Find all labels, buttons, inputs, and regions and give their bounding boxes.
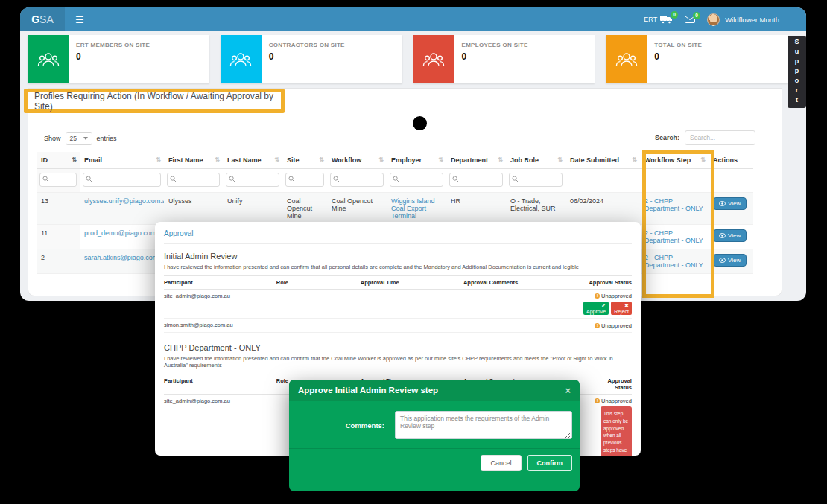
col-header-last-name[interactable]: Last Name⇅ <box>223 152 282 169</box>
section-description: I have reviewed the information presente… <box>164 355 632 369</box>
col-header-email[interactable]: Email⇅ <box>80 152 164 169</box>
status-badge: !Unapproved <box>595 293 632 299</box>
navbar-right: ERT 0 0 Wildflower Month <box>644 13 806 26</box>
confirm-button[interactable]: Confirm <box>527 455 573 471</box>
sort-icon[interactable]: ⇅ <box>632 156 637 163</box>
cell-id: 2 <box>37 249 80 274</box>
cell-job-role: O - Trade, Electrical, SUR <box>506 193 565 225</box>
sort-icon[interactable]: ⇅ <box>215 156 220 163</box>
cell-last-name: Unify <box>223 193 282 225</box>
workflow-step-link[interactable]: 2 - CHPP Department - ONLY <box>644 254 703 269</box>
table-row: 13 ulysses.unify@piago.com.au Ulysses Un… <box>37 193 753 225</box>
sort-icon[interactable]: ⇅ <box>274 156 279 163</box>
page-size-select[interactable]: 25 <box>66 132 92 145</box>
cell-workflow: Coal Opencut Mine <box>327 193 387 225</box>
table-controls: Show 25 entries Search: <box>44 130 755 147</box>
email-link[interactable]: sarah.atkins@piago.com.au <box>84 254 164 261</box>
eye-icon <box>719 201 726 206</box>
approve-button[interactable]: ✔ Approve <box>583 302 609 315</box>
stat-value: 0 <box>76 51 150 62</box>
sort-icon[interactable]: ⇅ <box>156 156 161 163</box>
col-header-date-submitted[interactable]: Date Submitted⇅ <box>565 152 640 169</box>
comments-label: Comments: <box>289 421 384 430</box>
messages-menu[interactable]: 0 <box>685 16 695 23</box>
stat-label: EMPLOYEES ON SITE <box>462 42 528 48</box>
stat-card-contractors: CONTRACTORS ON SITE 0 <box>221 35 402 83</box>
users-icon <box>606 35 647 83</box>
sort-icon[interactable]: ⇅ <box>319 156 324 163</box>
sort-icon[interactable]: ⇅ <box>438 156 443 163</box>
col-header-workflow[interactable]: Workflow⇅ <box>327 152 387 169</box>
search-icon <box>393 176 399 182</box>
eye-icon <box>719 233 726 238</box>
users-icon <box>414 35 454 83</box>
close-icon[interactable]: × <box>565 385 571 396</box>
col-header-department[interactable]: Department⇅ <box>446 152 506 169</box>
step-locked-note: This step can only be approved when all … <box>601 406 632 456</box>
view-button[interactable]: View <box>713 254 747 267</box>
workflow-step-link[interactable]: 2 - CHPP Department - ONLY <box>644 229 703 244</box>
search-icon <box>512 176 519 182</box>
stat-label: CONTRACTORS ON SITE <box>269 42 345 48</box>
search-icon <box>229 176 235 182</box>
filter-email-input[interactable] <box>83 173 161 187</box>
stat-value: 0 <box>269 51 345 62</box>
app-logo[interactable]: GSA <box>20 7 65 31</box>
page-size-value: 25 <box>70 135 77 142</box>
col-header-job-role[interactable]: Job Role⇅ <box>506 152 565 169</box>
employer-link[interactable]: Wiggins Island Coal Export Terminal <box>391 197 435 220</box>
support-tab-label: Support <box>793 38 801 106</box>
status-badge: !Unapproved <box>595 322 632 329</box>
user-name: Wildflower Month <box>725 16 779 24</box>
hamburger-menu-icon[interactable]: ☰ <box>65 14 95 25</box>
search-icon <box>170 176 177 182</box>
col-header-workflow-step[interactable]: Workflow Step⇅ <box>640 152 709 169</box>
approval-table-header: Participant Role Approval Time Approval … <box>164 275 632 290</box>
sort-icon[interactable]: ⇅ <box>498 156 503 163</box>
reject-button[interactable]: ✖ Reject <box>611 302 632 315</box>
dialog-body: Comments: This application meets the req… <box>289 401 580 448</box>
warning-circle-icon: ! <box>595 293 600 299</box>
col-header-first-name[interactable]: First Name⇅ <box>164 152 223 169</box>
email-link[interactable]: prod_demo@piago.com.au <box>84 229 164 237</box>
warning-circle-icon: ! <box>595 323 600 328</box>
col-header-site[interactable]: Site⇅ <box>282 152 327 169</box>
sort-icon[interactable]: ⇅ <box>72 156 77 163</box>
search-icon <box>452 176 459 182</box>
users-icon <box>28 35 69 83</box>
participant-email: simon.smith@piago.com.au <box>164 322 276 328</box>
status-badge: !Unapproved <box>595 398 632 404</box>
logo-bold: G <box>31 13 39 25</box>
support-tab[interactable]: Support <box>788 36 806 108</box>
cell-department: HR <box>446 193 506 225</box>
dialog-header: Approve Initial Admin Review step × <box>289 380 580 401</box>
users-icon <box>221 35 262 83</box>
view-button[interactable]: View <box>713 229 747 242</box>
col-header-employer[interactable]: Employer⇅ <box>387 152 446 169</box>
ert-menu[interactable]: ERT 0 <box>644 15 673 24</box>
stat-label: ERT MEMBERS ON SITE <box>76 42 150 48</box>
stat-card-total: TOTAL ON SITE 0 <box>606 35 788 83</box>
approve-step-dialog: Approve Initial Admin Review step × Comm… <box>289 380 580 491</box>
sort-icon[interactable]: ⇅ <box>557 156 563 163</box>
eye-icon <box>719 258 726 263</box>
mail-badge: 0 <box>693 12 700 19</box>
ert-badge: 0 <box>671 11 678 19</box>
workflow-step-link[interactable]: 2 - CHPP Department - ONLY <box>644 197 703 212</box>
comments-textarea[interactable]: This application meets the requirements … <box>395 411 572 439</box>
cancel-button[interactable]: Cancel <box>481 455 521 471</box>
col-header-actions: Actions <box>709 152 753 169</box>
sort-icon[interactable]: ⇅ <box>700 156 706 163</box>
participant-row: site_admin@piago.com.au !Unapproved ✔ Ap… <box>164 290 632 319</box>
email-link[interactable]: ulysses.unify@piago.com.au <box>84 197 164 205</box>
show-label: Show <box>44 135 61 142</box>
search-input[interactable] <box>685 130 755 145</box>
user-menu[interactable]: Wildflower Month <box>707 13 779 26</box>
section-description: I have reviewed the information presente… <box>164 264 632 270</box>
chevron-down-icon <box>83 137 88 140</box>
stat-card-ert-members: ERT MEMBERS ON SITE 0 <box>28 35 209 83</box>
view-button[interactable]: View <box>713 197 747 210</box>
sort-icon[interactable]: ⇅ <box>378 156 384 163</box>
col-header-id[interactable]: ID⇅ <box>37 152 80 169</box>
section-heading: CHPP Department - ONLY <box>164 343 632 352</box>
